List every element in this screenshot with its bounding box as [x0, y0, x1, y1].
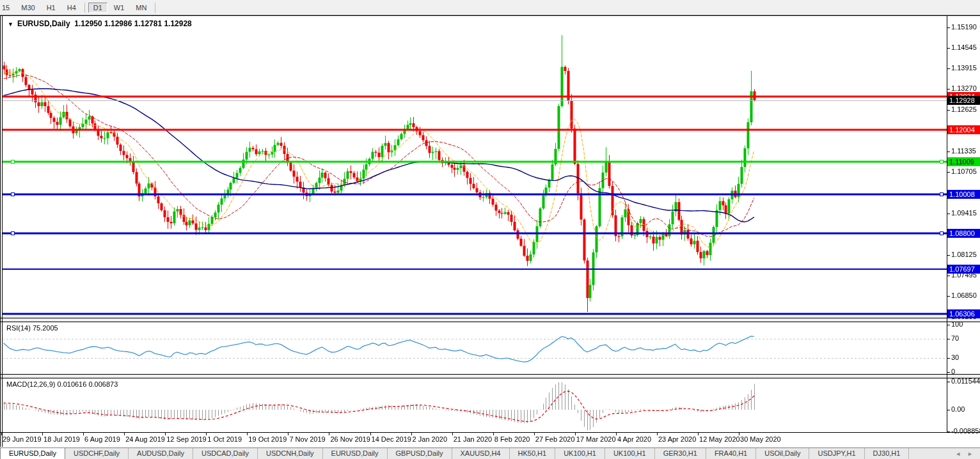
timeframe-button-d1[interactable]: D1	[88, 3, 107, 13]
date-axis-label: 18 Jul 2019	[43, 435, 80, 443]
terminal-window: 15M30H1H4D1W1MN ▼EURUSD,Daily 1.12950 1.…	[0, 0, 980, 459]
date-axis-label: 12 May 2020	[699, 435, 740, 443]
price-badge: 1.12004	[947, 125, 980, 134]
chart-tab-0[interactable]: EURUSD,Daily	[0, 448, 65, 459]
date-axis-label: 30 May 2020	[740, 435, 781, 443]
date-axis-label: 23 Apr 2020	[658, 435, 696, 443]
price-axis-label: 1.10705	[951, 167, 977, 175]
tab-scroll-arrows: ◄►	[952, 448, 980, 459]
chart-title: ▼EURUSD,Daily 1.12950 1.12986 1.12781 1.…	[8, 19, 192, 28]
chart-tab-15[interactable]: DJ30,H1	[865, 448, 910, 459]
price-badge: 1.11009	[947, 157, 980, 166]
timeframe-button-w1[interactable]: W1	[109, 3, 130, 13]
chart-tab-10[interactable]: UK100,H1	[605, 448, 655, 459]
price-chart-canvas[interactable]	[0, 0, 980, 459]
price-badge: 1.08800	[947, 229, 980, 238]
price-axis-label: 1.06850	[951, 292, 977, 299]
price-badge: 1.12928	[947, 96, 980, 105]
price-axis-label: 1.13270	[951, 84, 977, 92]
chart-tab-13[interactable]: USOil,Daily	[756, 448, 809, 459]
date-axis-label: 17 Mar 2020	[576, 435, 616, 443]
chart-tab-9[interactable]: UK100,H1	[555, 448, 605, 459]
date-axis-label: 19 Oct 2019	[248, 435, 287, 443]
chart-tab-bar: EURUSD,DailyUSDCHF,DailyAUDUSD,DailyUSDC…	[0, 447, 980, 459]
date-axis-label: 6 Aug 2019	[84, 435, 120, 443]
price-axis-label: 1.13915	[951, 64, 977, 72]
date-axis-label: 12 Sep 2019	[166, 435, 206, 443]
timeframe-button-h1[interactable]: H1	[42, 3, 61, 13]
date-axis-label: 4 Apr 2020	[617, 435, 651, 443]
price-badge: 1.07697	[947, 265, 980, 274]
macd-axis-label: -0.008858	[951, 427, 980, 435]
timeframe-button-mn[interactable]: MN	[130, 3, 152, 13]
macd-indicator-label: MACD(12,26,9) 0.010616 0.006873	[6, 380, 118, 388]
rsi-axis-label: 70	[951, 334, 959, 342]
date-axis-label: 7 Nov 2019	[289, 435, 325, 443]
timeframe-toolbar: 15M30H1H4D1W1MN	[0, 0, 980, 15]
chart-title-symbol: EURUSD,Daily	[17, 19, 70, 28]
chart-tab-5[interactable]: EURUSD,Daily	[323, 448, 388, 459]
date-axis-label: 1 Oct 2019	[207, 435, 242, 443]
chart-tab-11[interactable]: GER30,H1	[655, 448, 706, 459]
tab-scroll-left-icon[interactable]: ◄	[952, 451, 964, 457]
price-axis-label: 1.08125	[951, 251, 977, 258]
macd-axis-label: 0.011544	[951, 377, 980, 385]
chart-tab-6[interactable]: GBPUSD,Daily	[388, 448, 452, 459]
date-axis-label: 24 Aug 2019	[125, 435, 165, 443]
chart-tab-3[interactable]: USDCAD,Daily	[193, 448, 258, 459]
chart-title-ohlc: 1.12950 1.12986 1.12781 1.12928	[74, 19, 192, 28]
chart-tab-7[interactable]: XAUUSD,H4	[452, 448, 510, 459]
toolbar-separator	[155, 3, 155, 13]
date-axis-label: 29 Jun 2019	[3, 435, 42, 443]
date-axis-label: 14 Dec 2019	[372, 435, 411, 443]
date-axis-label: 21 Jan 2020	[454, 435, 493, 443]
date-axis-label: 26 Nov 2019	[330, 435, 370, 443]
date-axis-label: 2 Jan 2020	[413, 435, 447, 443]
date-axis-label: 8 Feb 2020	[494, 435, 530, 443]
chart-tab-12[interactable]: FRA40,H1	[706, 448, 756, 459]
timeframe-button-m30[interactable]: M30	[16, 3, 40, 13]
toolbar-separator	[84, 3, 85, 13]
chart-tab-2[interactable]: AUDUSD,Daily	[129, 448, 193, 459]
chart-tab-8[interactable]: HK50,H1	[510, 448, 556, 459]
date-axis-label: 27 Feb 2020	[535, 435, 575, 443]
timeframe-button-h4[interactable]: H4	[62, 3, 81, 13]
rsi-axis-label: 0	[951, 368, 955, 375]
rsi-axis-label: 30	[951, 354, 959, 361]
price-badge: 1.10008	[947, 190, 980, 199]
chart-dropdown-arrow-icon: ▼	[8, 21, 13, 27]
tab-scroll-right-icon[interactable]: ►	[964, 451, 976, 457]
price-axis-label: 1.12625	[951, 105, 977, 113]
price-axis-label: 1.14545	[951, 43, 977, 51]
price-axis-label: 1.15190	[951, 23, 977, 31]
price-badge: 1.06306	[947, 309, 980, 318]
price-axis-label: 1.11335	[951, 147, 976, 155]
chart-tab-14[interactable]: USDJPY,H1	[809, 448, 864, 459]
rsi-indicator-label: RSI(14) 75.2005	[6, 324, 58, 332]
chart-tab-4[interactable]: USDCNH,Daily	[258, 448, 323, 459]
macd-axis-label: 0.00	[951, 405, 965, 413]
price-axis-label: 1.09415	[951, 209, 977, 217]
timeframe-button-15[interactable]: 15	[0, 3, 15, 13]
rsi-axis-label: 100	[951, 320, 963, 328]
chart-tab-1[interactable]: USDCHF,Daily	[65, 448, 129, 459]
